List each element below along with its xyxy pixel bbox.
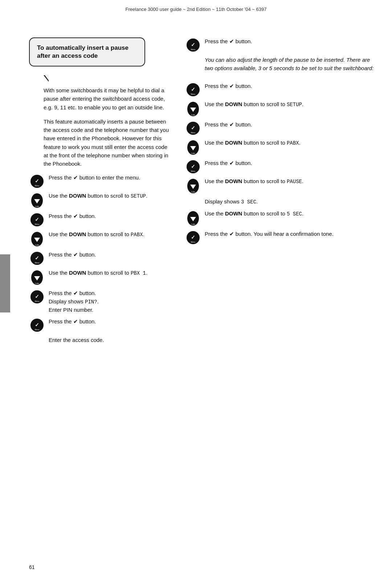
svg-text:Calls: Calls	[191, 191, 195, 193]
r-menu-icon-2: ✓ Menu	[185, 83, 201, 97]
left-step-7: ✓ Menu Press the ✔ button.Display shows …	[29, 289, 171, 314]
right-italic-block: You can also adjust the length of the pa…	[185, 56, 377, 78]
menu-icon-5: ✓ Menu	[29, 318, 45, 332]
svg-text:✓: ✓	[191, 42, 195, 48]
r-menu-icon-3: ✓ Menu	[185, 121, 201, 135]
right-column: ✓ Menu Press the ✔ button. You can also …	[181, 37, 377, 350]
r-menu-button-svg-3: ✓ Menu	[186, 121, 200, 135]
menu-button-svg-5: ✓ Menu	[30, 318, 44, 332]
svg-text:Menu: Menu	[191, 132, 196, 134]
svg-text:✓: ✓	[35, 217, 39, 222]
callout-tail-inner	[44, 74, 49, 80]
down-button-svg-3: Calls	[30, 270, 44, 286]
svg-text:Menu: Menu	[191, 48, 196, 51]
callout-heading: To automatically insert a pause after an…	[37, 44, 137, 60]
svg-text:Menu: Menu	[35, 223, 40, 225]
svg-text:✓: ✓	[35, 178, 39, 184]
right-step-text-10: Use the DOWN button to scroll to 5 SEC.	[205, 210, 377, 218]
right-step-text-5: Press the ✔ button.	[205, 121, 377, 129]
left-step-3: ✓ Menu Press the ✔ button.	[29, 212, 171, 227]
right-step-text-8: Use the DOWN button to scroll to PAUSE.	[205, 177, 377, 186]
body-paragraph-2: This feature automatically inserts a pau…	[44, 117, 171, 168]
svg-text:✓: ✓	[35, 322, 39, 328]
svg-text:✓: ✓	[35, 294, 39, 299]
down-icon-2: Calls	[29, 231, 45, 247]
sidebar-tab: GENERAL INFORMATION	[0, 254, 10, 312]
right-step-text-11: Press the ✔ button. You will hear a conf…	[205, 230, 377, 238]
svg-text:Menu: Menu	[191, 170, 196, 172]
left-step-text-7: Press the ✔ button.Display shows PIN?.En…	[49, 289, 171, 314]
right-step-7: ✓ Menu Press the ✔ button.	[185, 159, 377, 174]
left-step-text-1: Press the ✔ button to enter the menu.	[49, 174, 171, 182]
r-down-icon-4: Calls	[185, 210, 201, 226]
r-down-button-svg-3: Calls	[187, 178, 200, 194]
r-menu-button-svg-1: ✓ Menu	[186, 38, 200, 52]
right-step-8: Calls Use the DOWN button to scroll to P…	[185, 177, 377, 194]
sidebar-label: GENERAL INFORMATION	[25, 258, 29, 313]
left-step-text-5: Press the ✔ button.	[49, 251, 171, 259]
r-menu-icon-5: ✓ Menu	[185, 231, 201, 245]
left-step-text-3: Press the ✔ button.	[49, 212, 171, 221]
svg-text:Calls: Calls	[35, 244, 39, 246]
svg-text:Calls: Calls	[191, 223, 195, 225]
r-menu-icon-4: ✓ Menu	[185, 160, 201, 174]
left-step-4: Calls Use the DOWN button to scroll to P…	[29, 230, 171, 247]
r-down-icon-1: Calls	[185, 101, 201, 117]
left-final-text: Enter the access code.	[49, 336, 171, 344]
right-step-5: ✓ Menu Press the ✔ button.	[185, 121, 377, 135]
r-menu-button-svg-4: ✓ Menu	[186, 160, 200, 174]
left-step-6: Calls Use the DOWN button to scroll to P…	[29, 269, 171, 286]
right-display-text: Display shows 3 SEC.	[185, 198, 377, 206]
r-down-button-svg-1: Calls	[187, 101, 200, 117]
page-content: To automatically insert a pause after an…	[0, 37, 392, 350]
right-step-text-7: Press the ✔ button.	[205, 159, 377, 168]
svg-text:Menu: Menu	[191, 93, 196, 95]
r-menu-button-svg-2: ✓ Menu	[186, 83, 200, 97]
menu-icon-4: ✓ Menu	[29, 290, 45, 304]
svg-text:Calls: Calls	[191, 152, 195, 154]
down-button-svg-1: Calls	[30, 193, 44, 209]
menu-button-svg-4: ✓ Menu	[30, 290, 44, 304]
down-button-svg-2: Calls	[30, 231, 44, 247]
menu-button-svg-2: ✓ Menu	[30, 213, 44, 227]
right-step-text-3: Press the ✔ button.	[205, 82, 377, 90]
right-step-3: ✓ Menu Press the ✔ button.	[185, 82, 377, 97]
right-step-4: Calls Use the DOWN button to scroll to S…	[185, 100, 377, 117]
down-icon-1: Calls	[29, 193, 45, 209]
page-number: 61	[29, 564, 35, 570]
left-step-2: Calls Use the DOWN button to scroll to S…	[29, 192, 171, 209]
callout-wrapper: To automatically insert a pause after an…	[29, 37, 171, 75]
header-title: Freelance 3000 user guide ~ 2nd Edition …	[126, 7, 267, 12]
left-step-text-2: Use the DOWN button to scroll to SETUP.	[49, 192, 171, 200]
svg-text:✓: ✓	[191, 86, 195, 92]
r-down-button-svg-4: Calls	[187, 210, 200, 226]
svg-text:Calls: Calls	[35, 282, 39, 285]
right-step-1: ✓ Menu Press the ✔ button.	[185, 37, 377, 52]
svg-text:Menu: Menu	[35, 328, 40, 331]
right-step-11: ✓ Menu Press the ✔ button. You will hear…	[185, 230, 377, 245]
svg-text:Menu: Menu	[35, 300, 40, 302]
right-display-text-content: Display shows 3 SEC.	[205, 198, 377, 206]
right-step-text-4: Use the DOWN button to scroll to SETUP.	[205, 100, 377, 109]
r-down-icon-2: Calls	[185, 140, 201, 156]
left-step-text-8: Press the ✔ button.	[49, 318, 171, 326]
left-step-1: ✓ Menu Press the ✔ button to enter the m…	[29, 174, 171, 188]
r-menu-button-svg-5: ✓ Menu	[186, 231, 200, 245]
svg-text:Calls: Calls	[191, 114, 195, 116]
r-down-button-svg-2: Calls	[187, 140, 200, 156]
svg-text:Menu: Menu	[35, 185, 40, 187]
menu-button-svg-1: ✓ Menu	[30, 174, 44, 188]
menu-button-svg-3: ✓ Menu	[30, 251, 44, 265]
svg-text:✓: ✓	[35, 255, 39, 261]
right-step-6: Calls Use the DOWN button to scroll to P…	[185, 139, 377, 156]
right-step-10: Calls Use the DOWN button to scroll to 5…	[185, 210, 377, 226]
left-column: To automatically insert a pause after an…	[29, 37, 181, 350]
r-down-icon-3: Calls	[185, 178, 201, 194]
menu-icon-3: ✓ Menu	[29, 251, 45, 265]
svg-text:✓: ✓	[191, 234, 195, 240]
left-step-8: ✓ Menu Press the ✔ button.	[29, 318, 171, 332]
right-italic-text: You can also adjust the length of the pa…	[205, 56, 377, 73]
menu-icon-2: ✓ Menu	[29, 213, 45, 227]
right-step-text-1: Press the ✔ button.	[205, 37, 377, 46]
callout-box: To automatically insert a pause after an…	[29, 37, 145, 66]
